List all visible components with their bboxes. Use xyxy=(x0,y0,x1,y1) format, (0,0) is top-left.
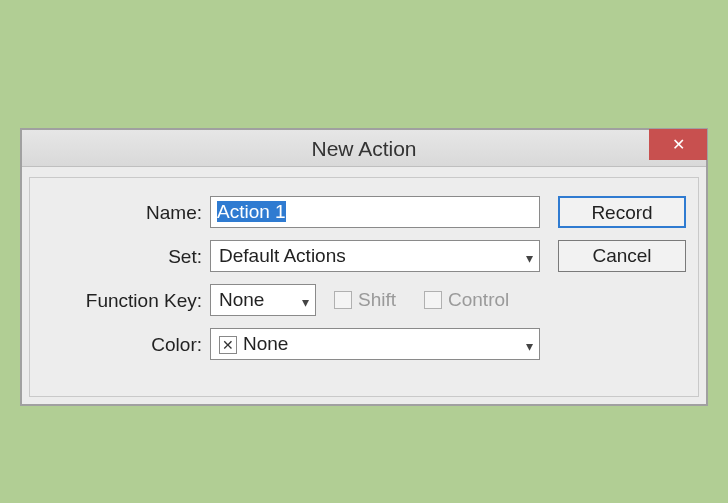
color-label: Color: xyxy=(30,328,202,362)
record-button[interactable]: Record xyxy=(558,196,686,228)
set-select[interactable]: Default Actions ▾ xyxy=(210,240,540,272)
color-select-value: None xyxy=(243,333,288,354)
name-input[interactable]: Action 1 xyxy=(210,196,540,228)
close-icon: ✕ xyxy=(672,135,685,154)
shift-checkbox[interactable]: Shift xyxy=(334,284,396,316)
title-bar: New Action ✕ xyxy=(22,130,706,167)
checkbox-icon xyxy=(424,291,442,309)
new-action-dialog: New Action ✕ Name: Action 1 Set: Default… xyxy=(20,128,708,406)
color-swatch-none-icon: ✕ xyxy=(219,336,237,354)
control-checkbox-label: Control xyxy=(448,289,509,311)
dialog-body: Name: Action 1 Set: Default Actions ▾ Fu… xyxy=(29,177,699,397)
control-checkbox[interactable]: Control xyxy=(424,284,509,316)
chevron-down-icon: ▾ xyxy=(302,287,309,317)
function-key-select[interactable]: None ▾ xyxy=(210,284,316,316)
shift-checkbox-label: Shift xyxy=(358,289,396,311)
color-select[interactable]: ✕None ▾ xyxy=(210,328,540,360)
name-input-value: Action 1 xyxy=(217,201,286,222)
set-select-value: Default Actions xyxy=(219,245,346,266)
close-button[interactable]: ✕ xyxy=(649,129,707,160)
cancel-button[interactable]: Cancel xyxy=(558,240,686,272)
function-key-select-value: None xyxy=(219,289,264,310)
function-key-label: Function Key: xyxy=(30,284,202,318)
chevron-down-icon: ▾ xyxy=(526,243,533,273)
set-label: Set: xyxy=(30,240,202,274)
dialog-title: New Action xyxy=(22,130,706,167)
chevron-down-icon: ▾ xyxy=(526,331,533,361)
checkbox-icon xyxy=(334,291,352,309)
name-label: Name: xyxy=(30,196,202,230)
row-color: Color: ✕None ▾ xyxy=(30,328,698,362)
row-function-key: Function Key: None ▾ Shift Control xyxy=(30,284,698,318)
